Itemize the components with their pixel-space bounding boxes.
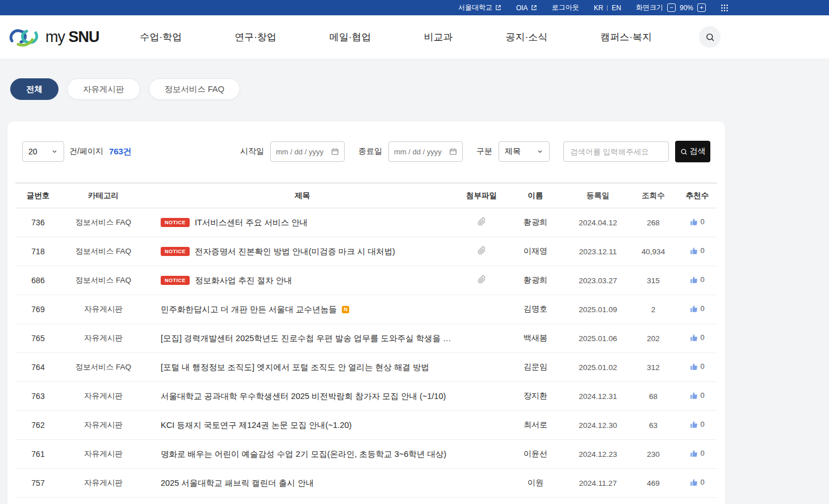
nav-item-research[interactable]: 연구·창업 xyxy=(235,31,277,44)
header-likes: 추천수 xyxy=(677,191,717,201)
cell-no: 763 xyxy=(15,392,61,401)
nav-item-extracurricular[interactable]: 비교과 xyxy=(424,31,453,44)
search-button-label: 검색 xyxy=(690,146,706,157)
cell-title: KCI 등재지 국토연구 제124권 논문 모집 안내(~1.20) xyxy=(146,420,459,431)
post-title-link[interactable]: 명화로 배우는 어린이 예술감성 수업 2기 모집(온라인, 초등학교 3~6학… xyxy=(146,449,459,460)
board-controls-right: 시작일 mm / dd / yyyy 종료일 mm / dd / yyyy 구분… xyxy=(240,141,710,162)
cell-no: 762 xyxy=(15,421,61,430)
like-button[interactable]: 0 xyxy=(690,362,704,371)
like-button[interactable]: 0 xyxy=(690,391,704,400)
cell-title-text: 정보화사업 추진 절차 안내 xyxy=(195,275,292,286)
post-title-link[interactable]: NOTICE IT서비스센터 주요 서비스 안내 xyxy=(146,217,459,228)
post-title-link[interactable]: NOTICE 전자증명서 진본확인 방법 안내(미검증 마크 시 대처법) xyxy=(146,246,459,257)
search-button[interactable]: 검색 xyxy=(675,141,710,162)
attachment-link[interactable] xyxy=(478,246,486,255)
zoom-in-button[interactable]: + xyxy=(697,3,706,12)
cell-likes: 0 xyxy=(677,217,717,228)
nav-item-notices[interactable]: 공지·소식 xyxy=(506,31,548,44)
apps-grid-button[interactable] xyxy=(721,4,728,12)
table-row: 765 자유게시판 [모집] 경력개발센터 2025학년도 진로수첩 우편 발송… xyxy=(15,324,717,353)
like-button[interactable]: 0 xyxy=(690,333,704,342)
topbar-link-oia-label: OIA xyxy=(516,4,528,12)
like-button[interactable]: 0 xyxy=(690,304,704,313)
search-input[interactable] xyxy=(563,141,669,162)
start-date-input[interactable]: mm / dd / yyyy xyxy=(270,141,345,162)
thumbs-up-icon xyxy=(690,421,698,429)
cell-date: 2024.12.31 xyxy=(567,392,629,401)
thumbs-up-icon xyxy=(690,450,698,457)
cell-category: 자유게시판 xyxy=(61,449,146,459)
cell-title-text: 2025 서울대학교 패브릭 캘린더 출시 안내 xyxy=(161,478,314,489)
like-count: 0 xyxy=(700,304,704,313)
cell-views: 312 xyxy=(629,363,677,372)
topbar-link-oia[interactable]: OIA xyxy=(516,4,537,12)
attachment-link[interactable] xyxy=(478,275,486,284)
post-title-link[interactable]: [모집] 경력개발센터 2025학년도 진로수첩 우편 발송 업무를 도와주실 … xyxy=(146,333,459,344)
notice-badge: NOTICE xyxy=(161,247,190,256)
like-button[interactable]: 0 xyxy=(690,217,704,226)
cell-title: 2025 서울대학교 패브릭 캘린더 출시 안내 xyxy=(146,478,459,489)
post-title-link[interactable]: [포털 내 행정정보 조직도] 엣지에서 포털 조직도 안 열리는 현상 해결 … xyxy=(146,362,459,373)
cell-date: 2024.12.23 xyxy=(567,450,629,459)
cell-no: 736 xyxy=(15,218,61,227)
cell-date: 2024.04.12 xyxy=(567,219,629,227)
lang-kr-button[interactable]: KR xyxy=(594,4,604,12)
topbar-logout-link[interactable]: 로그아웃 xyxy=(552,3,579,12)
cell-name: 황광희 xyxy=(504,217,567,228)
like-button[interactable]: 0 xyxy=(690,275,704,284)
thumbs-up-icon xyxy=(690,334,698,342)
post-title-link[interactable]: 서울대학교 공과대학 우수학생센터 2025 비전박람회 참가자 모집 안내 (… xyxy=(146,391,459,402)
lang-en-button[interactable]: EN xyxy=(612,4,621,12)
like-count: 0 xyxy=(700,420,704,429)
zoom-out-button[interactable]: − xyxy=(667,3,676,12)
cell-no: 765 xyxy=(15,334,61,343)
tab-all[interactable]: 전체 xyxy=(10,78,58,100)
lang-divider xyxy=(607,5,608,11)
like-button[interactable]: 0 xyxy=(690,420,704,429)
cell-category: 자유게시판 xyxy=(61,333,146,343)
per-page-select[interactable]: 20 xyxy=(22,141,64,162)
nav-item-classes[interactable]: 수업·학업 xyxy=(140,31,182,44)
cell-date: 2025.01.09 xyxy=(567,305,629,314)
tab-it-service-faq[interactable]: 정보서비스 FAQ xyxy=(149,78,241,100)
header-date: 등록일 xyxy=(567,191,629,201)
cell-title-text: 민주화한답시고 더 개판 만든 서울대 교수년놈들 xyxy=(161,304,337,315)
header-search-button[interactable] xyxy=(699,26,721,48)
search-icon xyxy=(680,148,688,156)
end-date-input[interactable]: mm / dd / yyyy xyxy=(388,141,463,162)
search-type-select[interactable]: 제목 xyxy=(499,141,550,162)
header-post-number: 글번호 xyxy=(15,191,61,201)
nav-item-mail[interactable]: 메일·협업 xyxy=(329,31,371,44)
utility-topbar: 서울대학교 OIA 로그아웃 KR EN 화면크기 − 90% + xyxy=(0,0,829,15)
post-title-link[interactable]: 민주화한답시고 더 개판 만든 서울대 교수년놈들 N xyxy=(146,304,459,315)
cell-name: 김명호 xyxy=(504,304,567,314)
cell-title: 서울대학교 공과대학 우수학생센터 2025 비전박람회 참가자 모집 안내 (… xyxy=(146,391,459,402)
topbar-link-snu[interactable]: 서울대학교 xyxy=(458,3,501,12)
cell-date: 2025.01.06 xyxy=(567,334,629,343)
like-count: 0 xyxy=(700,391,704,400)
cell-views: 230 xyxy=(629,450,677,459)
like-count: 0 xyxy=(700,449,704,457)
cell-title-text: [모집] 경력개발센터 2025학년도 진로수첩 우편 발송 업무를 도와주실 … xyxy=(161,333,453,344)
mysnu-logo[interactable]: my SNU xyxy=(7,27,99,47)
like-button[interactable]: 0 xyxy=(690,246,704,255)
post-title-link[interactable]: 2025 서울대학교 패브릭 캘린더 출시 안내 xyxy=(146,478,459,489)
post-title-link[interactable]: KCI 등재지 국토연구 제124권 논문 모집 안내(~1.20) xyxy=(146,420,459,431)
attachment-link[interactable] xyxy=(478,217,486,226)
cell-likes: 0 xyxy=(677,362,717,372)
new-badge: N xyxy=(342,306,349,313)
tab-free-board[interactable]: 자유게시판 xyxy=(67,78,140,100)
header-category: 카테고리 xyxy=(61,191,146,201)
cell-category: 정보서비스 FAQ xyxy=(61,275,146,285)
like-button[interactable]: 0 xyxy=(690,449,704,457)
cell-name: 최서로 xyxy=(504,420,567,430)
start-date-placeholder: mm / dd / yyyy xyxy=(276,148,324,156)
cell-title-text: KCI 등재지 국토연구 제124권 논문 모집 안내(~1.20) xyxy=(161,420,351,431)
board-table-body: 736 정보서비스 FAQ NOTICE IT서비스센터 주요 서비스 안내 황… xyxy=(15,208,717,498)
like-count: 0 xyxy=(700,275,704,284)
cell-date: 2025.01.02 xyxy=(567,363,629,372)
cell-category: 자유게시판 xyxy=(61,391,146,401)
like-button[interactable]: 0 xyxy=(690,478,704,486)
post-title-link[interactable]: NOTICE 정보화사업 추진 절차 안내 xyxy=(146,275,459,286)
nav-item-campus-welfare[interactable]: 캠퍼스·복지 xyxy=(600,31,652,44)
